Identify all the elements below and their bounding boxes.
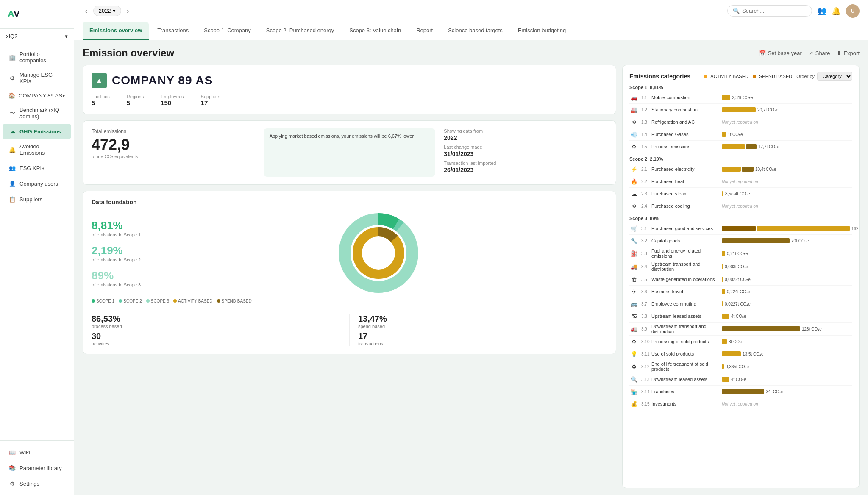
emission-bar-area: 13,5t CO₂e — [722, 350, 852, 357]
year-prev-button[interactable]: ‹ — [83, 7, 90, 15]
share-icon: ↗ — [809, 50, 813, 56]
process-pct: 86,53% — [92, 314, 341, 324]
sidebar-item-manage-esg[interactable]: ⚙ Manage ESG KPIs — [3, 68, 71, 88]
sidebar-item-label: Parameter library — [19, 465, 62, 471]
users-nav-icon[interactable]: 👥 — [817, 6, 826, 16]
emission-name: Business travel — [651, 289, 719, 294]
emission-row-3-13: 🔍 3.13 Downstream leased assets 4t CO₂e — [629, 373, 852, 386]
emission-row-3-14: 🏪 3.14 Franchises 34t CO₂e — [629, 386, 852, 398]
emission-value: 8,5e-4t CO₂e — [725, 192, 750, 196]
esg-icon: 👥 — [8, 164, 16, 172]
refrigeration-icon: ❄ — [629, 117, 639, 127]
tab-scope3[interactable]: Scope 3: Value chain — [342, 22, 408, 40]
emission-name: Stationary combustion — [651, 107, 719, 112]
sidebar-item-settings[interactable]: ⚙ Settings — [3, 476, 71, 491]
tab-budgeting[interactable]: Emission budgeting — [511, 22, 573, 40]
sidebar-item-ghg[interactable]: ☁ GHG Emissions — [3, 124, 71, 139]
emission-row-3-15: 💰 3.15 Investments Not yet reported on — [629, 398, 852, 410]
fuel-icon: ⛽ — [629, 249, 639, 258]
sidebar-item-label: Benchmark (xIQ admins) — [19, 107, 65, 120]
emission-row-3-2: 🔧 3.2 Capital goods 70t CO₂e — [629, 235, 852, 247]
order-by-select[interactable]: Category — [817, 72, 852, 81]
emission-bar-area: 34t CO₂e — [722, 388, 852, 395]
emission-row-3-10: ⚙ 3.10 Processing of sold products 3t CO… — [629, 336, 852, 348]
avatar[interactable]: U — [846, 4, 860, 18]
investments-icon: 💰 — [629, 399, 639, 409]
company-expand-arrow: ▾ — [62, 92, 65, 99]
scope2-pct: 2,19% — [92, 244, 141, 257]
mobile-combustion-icon: 🚗 — [629, 93, 639, 102]
export-button[interactable]: ⬇ Export — [837, 50, 860, 56]
year-selector[interactable]: 2022 ▾ — [93, 6, 121, 16]
heat-icon: 🔥 — [629, 177, 639, 186]
sidebar-item-company[interactable]: 🏠 COMPANY 89 AS ▾ — [3, 89, 71, 103]
sidebar-bottom: 📖 Wiki 📚 Parameter library ⚙ Settings — [0, 440, 74, 495]
emission-num: 1.2 — [641, 108, 649, 112]
spend-bar — [746, 144, 757, 149]
share-button[interactable]: ↗ Share — [809, 50, 830, 56]
tab-scope2[interactable]: Scope 2: Purchased energy — [259, 22, 341, 40]
emission-bar-area: 8,5e-4t CO₂e — [722, 190, 852, 197]
total-label: Total emissions — [92, 128, 264, 134]
sidebar-item-wiki[interactable]: 📖 Wiki — [3, 445, 71, 460]
sidebar-item-benchmark[interactable]: 〜 Benchmark (xIQ admins) — [3, 103, 71, 123]
process-icon: ⚙ — [629, 142, 639, 151]
page-content: Emission overview 📅 Set base year ↗ Shar… — [74, 40, 868, 495]
suppliers-icon: 📋 — [8, 195, 16, 203]
sidebar-item-portfolio[interactable]: 🏢 Portfolio companies — [3, 47, 71, 67]
stat-employees: Employees 150 — [161, 94, 184, 106]
emission-num: 3.5 — [641, 277, 649, 282]
spend-pct: 13,47% — [358, 314, 607, 324]
ec-title: Emissions categories — [629, 73, 690, 80]
tab-report[interactable]: Report — [409, 22, 440, 40]
showing-data-label: Showing data from — [444, 128, 607, 133]
scope1-legend: SCOPE 1 — [92, 299, 114, 303]
emission-row-2-4: ❄ 2.4 Purchased cooling Not yet reported… — [629, 200, 852, 212]
emission-name: Use of sold products — [651, 351, 719, 356]
tab-emissions-overview[interactable]: Emissions overview — [83, 22, 149, 40]
benchmark-icon: 〜 — [8, 109, 16, 117]
sidebar-item-esg-kpis[interactable]: 👥 ESG KPIs — [3, 160, 71, 175]
calendar-icon: 📅 — [759, 50, 766, 56]
scope1-sub: of emissions in Scope 1 — [92, 232, 141, 237]
spend-legend: SPEND BASED — [217, 299, 252, 303]
emission-bar-area: 0,365t CO₂e — [722, 363, 852, 370]
sidebar-item-param[interactable]: 📚 Parameter library — [3, 460, 71, 476]
emission-row-1-4: 💨 1.4 Purchased Gases 1t CO₂e — [629, 128, 852, 141]
export-icon: ⬇ — [837, 50, 841, 56]
tab-transactions[interactable]: Transactions — [150, 22, 195, 40]
tab-science[interactable]: Science based targets — [441, 22, 509, 40]
emission-name: Purchased cooling — [651, 203, 719, 209]
showing-data-year: 2022 — [444, 134, 607, 141]
emission-num: 3.4 — [641, 264, 649, 269]
emission-value: 4t CO₂e — [731, 377, 746, 382]
sidebar-item-suppliers[interactable]: 📋 Suppliers — [3, 192, 71, 207]
emission-num: 3.10 — [641, 339, 649, 344]
tab-scope1[interactable]: Scope 1: Company — [197, 22, 258, 40]
emission-row-3-9: 🚛 3.9 Downstream transport and distribut… — [629, 323, 852, 336]
emission-bar-area: 10,4t CO₂e — [722, 166, 852, 172]
year-dropdown-icon: ▾ — [113, 8, 116, 14]
page-title: Emission overview — [83, 47, 174, 59]
spend-stat: 13,47% spend based 17 transactions — [350, 314, 607, 346]
franchises-icon: 🏪 — [629, 387, 639, 396]
last-change-date: 31/01/2023 — [444, 150, 607, 157]
emission-name: Purchased good and services — [651, 226, 719, 231]
notifications-icon[interactable]: 🔔 — [832, 6, 841, 16]
use-of-products-icon: 💡 — [629, 349, 639, 359]
company-name: COMPANY 89 AS — [112, 74, 213, 87]
emission-num: 3.15 — [641, 402, 649, 406]
stat-employees-value: 150 — [161, 99, 171, 106]
sidebar-item-users[interactable]: 👤 Company users — [3, 176, 71, 191]
main-grid: ▲ COMPANY 89 AS Facilities 5 Regions 5 — [83, 65, 860, 488]
company-selector[interactable]: xIQ2 ▾ — [0, 29, 74, 44]
sidebar-item-avoided[interactable]: 🔔 Avoided Emissions — [3, 139, 71, 160]
sidebar-item-label: Suppliers — [19, 196, 42, 203]
steam-icon: ☁ — [629, 189, 639, 198]
emission-value: 0,003t CO₂e — [725, 264, 748, 269]
year-next-button[interactable]: › — [125, 7, 132, 15]
search-input[interactable] — [742, 8, 807, 14]
emission-num: 1.4 — [641, 132, 649, 137]
set-base-year-button[interactable]: 📅 Set base year — [759, 50, 802, 56]
emission-num: 1.1 — [641, 95, 649, 100]
